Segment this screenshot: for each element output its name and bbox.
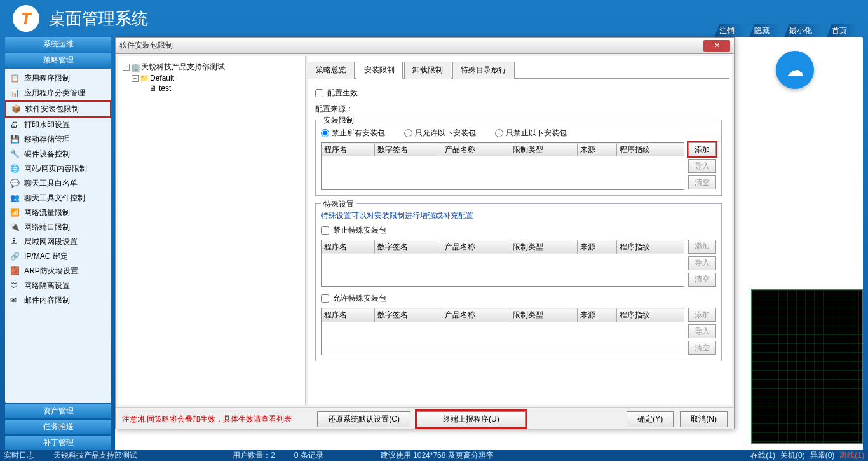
nav-minimize[interactable]: 最小化 bbox=[784, 24, 824, 38]
sidebar-item-mail[interactable]: ✉邮件内容限制 bbox=[5, 293, 111, 308]
status-users: 用户数量：2 bbox=[233, 450, 275, 461]
col-product[interactable]: 产品名称 bbox=[442, 143, 510, 157]
col-program[interactable]: 程序名 bbox=[322, 308, 375, 322]
sidebar-header-policy[interactable]: 策略管理 bbox=[5, 53, 111, 67]
dialog-titlebar[interactable]: 软件安装包限制 ✕ bbox=[116, 38, 734, 54]
tree-label: Default bbox=[150, 74, 174, 83]
collapse-icon[interactable]: − bbox=[132, 75, 139, 82]
col-signature[interactable]: 数字签名 bbox=[374, 240, 442, 254]
tab-special-dir[interactable]: 特殊目录放行 bbox=[452, 62, 515, 79]
sidebar-item-web-restrict[interactable]: 🌐网站/网页内容限制 bbox=[5, 162, 111, 176]
col-fingerprint[interactable]: 程序指纹 bbox=[616, 143, 684, 157]
forbid-special-table[interactable]: 程序名 数字签名 产品名称 限制类型 来源 程序指纹 bbox=[321, 240, 684, 287]
chatfile-icon: 👥 bbox=[10, 193, 20, 203]
sidebar-item-arp[interactable]: 🧱ARP防火墙设置 bbox=[5, 264, 111, 279]
forbid-special-checkbox[interactable] bbox=[321, 226, 329, 235]
cancel-button[interactable]: 取消(N) bbox=[680, 411, 728, 427]
col-fingerprint[interactable]: 程序指纹 bbox=[616, 240, 684, 254]
import-button[interactable]: 导入 bbox=[688, 256, 716, 270]
config-source-label: 配置来源： bbox=[315, 104, 722, 114]
install-table[interactable]: 程序名 数字签名 产品名称 限制类型 来源 程序指纹 bbox=[321, 142, 684, 190]
tree-test[interactable]: 🖥test bbox=[140, 83, 300, 93]
cloud-badge[interactable]: ☁ bbox=[776, 51, 814, 89]
tab-overview[interactable]: 策略总览 bbox=[308, 62, 355, 79]
isolation-icon: 🛡 bbox=[10, 281, 20, 291]
sidebar-item-usb[interactable]: 💾移动存储管理 bbox=[5, 132, 111, 147]
org-icon: 🏢 bbox=[131, 63, 140, 72]
radio-input[interactable] bbox=[495, 129, 503, 137]
sidebar-item-lan[interactable]: 🖧局域网网段设置 bbox=[5, 235, 111, 249]
col-source[interactable]: 来源 bbox=[578, 240, 617, 254]
sidebar-footer-task[interactable]: 任务推送 bbox=[5, 420, 111, 434]
sidebar-item-label: 聊天工具白名单 bbox=[24, 178, 78, 189]
sidebar-item-isolation[interactable]: 🛡网络隔离设置 bbox=[5, 279, 111, 293]
allow-special-label: 允许特殊安装包 bbox=[333, 293, 386, 304]
import-button[interactable]: 导入 bbox=[688, 324, 716, 338]
sidebar-item-ipmac[interactable]: 🔗IP/MAC 绑定 bbox=[5, 249, 111, 264]
sidebar-item-chat-file[interactable]: 👥聊天工具文件控制 bbox=[5, 191, 111, 205]
col-product[interactable]: 产品名称 bbox=[442, 240, 510, 254]
allow-special-table[interactable]: 程序名 数字签名 产品名称 限制类型 来源 程序指纹 bbox=[321, 308, 684, 355]
sidebar-item-install-restrict[interactable]: 📦软件安装包限制 bbox=[5, 100, 111, 118]
radio-forbid-all[interactable]: 禁止所有安装包 bbox=[321, 128, 385, 139]
add-button[interactable]: 添加 bbox=[688, 142, 716, 156]
col-program[interactable]: 程序名 bbox=[322, 240, 375, 254]
col-type[interactable]: 限制类型 bbox=[510, 308, 577, 322]
web-icon: 🌐 bbox=[10, 164, 20, 174]
nav-home[interactable]: 首页 bbox=[827, 24, 858, 38]
col-product[interactable]: 产品名称 bbox=[442, 308, 510, 322]
sidebar-item-chat-whitelist[interactable]: 💬聊天工具白名单 bbox=[5, 176, 111, 191]
tab-install[interactable]: 安装限制 bbox=[356, 62, 403, 79]
col-signature[interactable]: 数字签名 bbox=[374, 143, 442, 157]
add-button[interactable]: 添加 bbox=[688, 308, 716, 322]
sidebar-footer-asset[interactable]: 资产管理 bbox=[5, 404, 111, 418]
sidebar-item-port[interactable]: 🔌网络端口限制 bbox=[5, 220, 111, 235]
nav-hide[interactable]: 隐藏 bbox=[749, 24, 781, 38]
clear-button[interactable]: 清空 bbox=[688, 273, 716, 287]
monitor-grid bbox=[751, 289, 863, 444]
allow-special-checkbox[interactable] bbox=[321, 294, 329, 303]
status-log[interactable]: 实时日志 bbox=[4, 450, 34, 461]
collapse-icon[interactable]: − bbox=[123, 64, 130, 71]
radio-label: 只禁止以下安装包 bbox=[506, 128, 567, 139]
tree-default[interactable]: −📁Default bbox=[132, 73, 300, 83]
col-signature[interactable]: 数字签名 bbox=[374, 308, 442, 322]
import-button[interactable]: 导入 bbox=[688, 159, 716, 173]
add-button[interactable]: 添加 bbox=[688, 240, 716, 254]
sidebar-item-app-category[interactable]: 📊应用程序分类管理 bbox=[5, 86, 111, 100]
col-type[interactable]: 限制类型 bbox=[510, 240, 577, 254]
ok-button[interactable]: 确定(Y) bbox=[627, 411, 674, 427]
restore-defaults-button[interactable]: 还原系统默认设置(C) bbox=[317, 411, 410, 427]
sidebar-header-system[interactable]: 系统运维 bbox=[5, 37, 111, 52]
right-panel: 策略总览 安装限制 卸载限制 特殊目录放行 配置生效 配置来源： 安装限制 bbox=[308, 56, 732, 405]
radio-input[interactable] bbox=[404, 129, 412, 137]
close-button[interactable]: ✕ bbox=[703, 40, 730, 52]
app-logo: T bbox=[13, 5, 39, 32]
clear-button[interactable]: 清空 bbox=[688, 341, 716, 355]
radio-forbid-only[interactable]: 只禁止以下安装包 bbox=[495, 128, 567, 139]
terminal-report-button[interactable]: 终端上报程序(U) bbox=[417, 411, 526, 427]
sidebar-item-app-restrict[interactable]: 📋应用程序限制 bbox=[5, 71, 111, 86]
col-type[interactable]: 限制类型 bbox=[510, 143, 577, 157]
radio-allow-only[interactable]: 只允许以下安装包 bbox=[404, 128, 476, 139]
col-source[interactable]: 来源 bbox=[578, 308, 617, 322]
sidebar-item-print-watermark[interactable]: 🖨打印水印设置 bbox=[5, 118, 111, 132]
radio-input[interactable] bbox=[321, 129, 329, 137]
tab-uninstall[interactable]: 卸载限制 bbox=[404, 62, 451, 79]
sidebar-item-hardware[interactable]: 🔧硬件设备控制 bbox=[5, 147, 111, 162]
sidebar-item-traffic[interactable]: 📶网络流量限制 bbox=[5, 205, 111, 220]
clear-button[interactable]: 清空 bbox=[688, 175, 716, 189]
app-icon: 📋 bbox=[10, 74, 20, 84]
install-restrict-dialog: 软件安装包限制 ✕ −🏢天锐科技产品支持部测试 −📁Default 🖥test … bbox=[115, 37, 735, 429]
sidebar-item-label: 网络隔离设置 bbox=[24, 280, 70, 291]
nav-logout[interactable]: 注销 bbox=[714, 24, 746, 38]
tree-root[interactable]: −🏢天锐科技产品支持部测试 bbox=[123, 61, 300, 73]
top-nav: 注销 隐藏 最小化 首页 bbox=[714, 24, 858, 38]
col-fingerprint[interactable]: 程序指纹 bbox=[616, 308, 684, 322]
enable-config-checkbox[interactable] bbox=[315, 89, 323, 97]
sidebar-footer-patch[interactable]: 补丁管理 bbox=[5, 436, 111, 450]
col-program[interactable]: 程序名 bbox=[322, 143, 375, 157]
mail-icon: ✉ bbox=[10, 296, 20, 306]
col-source[interactable]: 来源 bbox=[578, 143, 617, 157]
sidebar: 系统运维 策略管理 📋应用程序限制 📊应用程序分类管理 📦软件安装包限制 🖨打印… bbox=[5, 37, 111, 450]
